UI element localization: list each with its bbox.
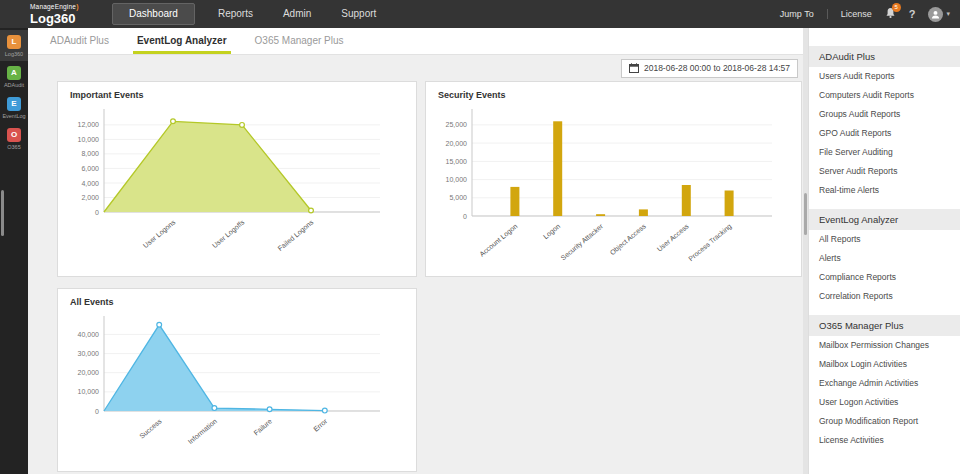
notification-badge: 5 <box>892 3 901 12</box>
sidebar-link-correlation-reports[interactable]: Correlation Reports <box>809 287 960 306</box>
product-tabs: ADAudit PlusEventLog AnalyzerO365 Manage… <box>28 28 803 55</box>
y-tick-label: 8,000 <box>81 150 99 157</box>
rail-item-label: EventLog <box>0 113 28 119</box>
y-tick-label: 12,000 <box>78 121 100 128</box>
y-tick-label: 6,000 <box>81 165 99 172</box>
notifications-button[interactable]: 5 <box>885 7 896 21</box>
y-tick-label: 0 <box>95 209 99 216</box>
rail-item-log360[interactable]: LLog360 <box>0 30 28 61</box>
sidebar-link-alerts[interactable]: Alerts <box>809 249 960 268</box>
sidebar-link-exchange-admin-activities[interactable]: Exchange Admin Activities <box>809 374 960 393</box>
data-point-success[interactable] <box>157 322 162 327</box>
x-tick-label: Failure <box>252 417 273 436</box>
sidebar-link-license-activities[interactable]: License Activities <box>809 431 960 450</box>
x-tick-label: Security Attacker <box>560 222 606 262</box>
app-icon-o365: O <box>7 128 21 142</box>
x-tick-label: Logon <box>542 222 562 241</box>
x-tick-label: User Access <box>656 222 691 253</box>
sidebar-link-computers-audit-reports[interactable]: Computers Audit Reports <box>809 86 960 105</box>
chart-canvas-security-events: 05,00010,00015,00020,00025,000Account Lo… <box>426 102 786 264</box>
bar-account-logon[interactable] <box>510 187 519 216</box>
y-tick-label: 25,000 <box>446 121 468 128</box>
main-column: ADAudit PlusEventLog AnalyzerO365 Manage… <box>28 28 803 474</box>
sidebar-link-all-reports[interactable]: All Reports <box>809 230 960 249</box>
sidebar-link-server-audit-reports[interactable]: Server Audit Reports <box>809 162 960 181</box>
tab-o365-manager-plus[interactable]: O365 Manager Plus <box>241 28 358 54</box>
y-tick-label: 20,000 <box>78 369 100 376</box>
chart-canvas-all-events: 010,00020,00030,00040,000SuccessInformat… <box>58 309 394 459</box>
bar-user-access[interactable] <box>682 185 691 216</box>
x-tick-label: Process Tracking <box>687 222 733 263</box>
x-tick-label: User Logons <box>142 218 178 250</box>
sidebar-link-real-time-alerts[interactable]: Real-time Alerts <box>809 181 960 200</box>
sidebar-link-file-server-auditing[interactable]: File Server Auditing <box>809 143 960 162</box>
y-tick-label: 0 <box>95 408 99 415</box>
reports-sidebar: ADAudit PlusUsers Audit ReportsComputers… <box>808 28 960 474</box>
nav-admin[interactable]: Admin <box>268 0 326 28</box>
area-fill <box>104 121 311 212</box>
brand-manageengine: ManageEngine) <box>30 3 112 11</box>
y-tick-label: 15,000 <box>446 158 468 165</box>
y-tick-label: 10,000 <box>446 176 468 183</box>
bar-security-attacker[interactable] <box>596 214 605 216</box>
brand-logo[interactable]: ManageEngine) Log360 <box>0 3 112 25</box>
x-tick-label: User Logoffs <box>211 218 247 250</box>
y-tick-label: 0 <box>463 213 467 220</box>
chart-title-security-events: Security Events <box>426 82 801 100</box>
nav-support[interactable]: Support <box>326 0 391 28</box>
app-body: LLog360AADAuditEEventLogOO365 ADAudit Pl… <box>0 28 960 474</box>
y-tick-label: 10,000 <box>78 388 100 395</box>
y-tick-label: 4,000 <box>81 180 99 187</box>
x-tick-label: Information <box>187 417 218 445</box>
scrollbar-thumb[interactable] <box>804 193 807 235</box>
license-link[interactable]: License <box>841 9 872 19</box>
data-point-failed-logons[interactable] <box>309 208 314 213</box>
rail-item-label: ADAudit <box>0 82 28 88</box>
data-point-failure[interactable] <box>267 407 272 412</box>
sidebar-section-eventlog-analyzer: EventLog Analyzer <box>809 209 960 230</box>
rail-item-label: Log360 <box>0 51 28 57</box>
sidebar-link-group-modification-report[interactable]: Group Modification Report <box>809 412 960 431</box>
y-tick-label: 10,000 <box>78 136 100 143</box>
data-point-information[interactable] <box>212 406 217 411</box>
sidebar-link-user-logon-activities[interactable]: User Logon Activities <box>809 393 960 412</box>
rail-item-o365[interactable]: OO365 <box>0 123 28 154</box>
sidebar-link-users-audit-reports[interactable]: Users Audit Reports <box>809 67 960 86</box>
nav-dashboard[interactable]: Dashboard <box>112 3 195 25</box>
logo-swoosh-icon: ) <box>76 3 79 10</box>
y-tick-label: 30,000 <box>78 350 100 357</box>
sidebar-link-gpo-audit-reports[interactable]: GPO Audit Reports <box>809 124 960 143</box>
bar-object-access[interactable] <box>639 209 648 216</box>
date-range-picker[interactable]: 2018-06-28 00:00 to 2018-06-28 14:57 <box>621 59 798 78</box>
bar-logon[interactable] <box>553 121 562 216</box>
y-tick-label: 40,000 <box>78 331 100 338</box>
sidebar-section-adaudit-plus: ADAudit Plus <box>809 46 960 67</box>
sidebar-link-compliance-reports[interactable]: Compliance Reports <box>809 268 960 287</box>
topbar-right: Jump To License 5 ? ▾ <box>780 7 960 22</box>
user-menu[interactable]: ▾ <box>928 7 950 22</box>
tab-adaudit-plus[interactable]: ADAudit Plus <box>36 28 123 54</box>
rail-scrollbar-thumb[interactable] <box>1 190 4 236</box>
rail-item-adaudit[interactable]: AADAudit <box>0 61 28 92</box>
rail-item-eventlog[interactable]: EEventLog <box>0 92 28 123</box>
topbar-nav: DashboardReportsAdminSupport <box>112 0 391 28</box>
app-icon-log360: L <box>7 35 21 49</box>
area-fill <box>104 325 325 411</box>
data-point-user-logons[interactable] <box>171 119 176 124</box>
sidebar-link-groups-audit-reports[interactable]: Groups Audit Reports <box>809 105 960 124</box>
sidebar-link-mailbox-permission-changes[interactable]: Mailbox Permission Changes <box>809 336 960 355</box>
app-icon-adaudit: A <box>7 66 21 80</box>
chart-title-all-events: All Events <box>58 289 416 307</box>
help-icon[interactable]: ? <box>909 8 916 20</box>
bar-process-tracking[interactable] <box>725 191 734 217</box>
sidebar-link-mailbox-login-activities[interactable]: Mailbox Login Activities <box>809 355 960 374</box>
charts-grid: Important Events02,0004,0006,0008,00010,… <box>28 81 803 474</box>
x-tick-label: Account Logon <box>478 222 519 258</box>
data-point-user-logoffs[interactable] <box>240 123 245 128</box>
vertical-scrollbar[interactable] <box>803 28 808 474</box>
jump-to-link[interactable]: Jump To <box>780 9 814 19</box>
brand-manageengine-text: ManageEngine <box>30 3 76 10</box>
tab-eventlog-analyzer[interactable]: EventLog Analyzer <box>123 28 241 54</box>
data-point-error[interactable] <box>322 408 327 413</box>
nav-reports[interactable]: Reports <box>203 0 268 28</box>
